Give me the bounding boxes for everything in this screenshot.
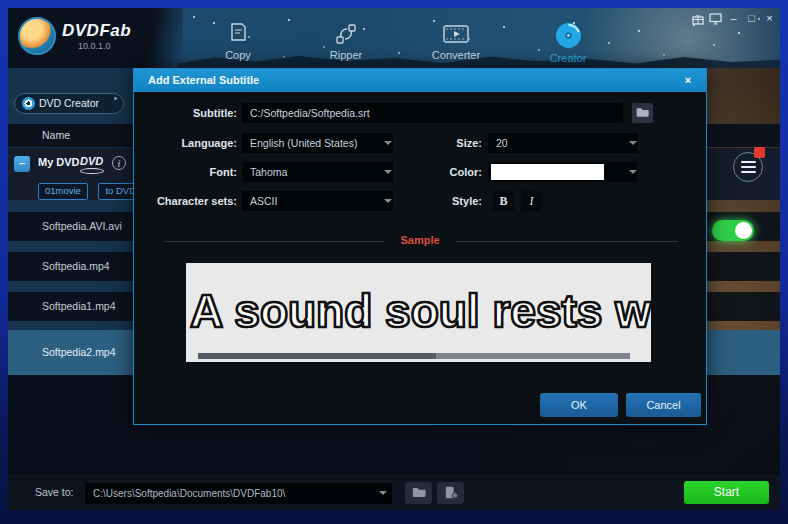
browse-folder-button[interactable]	[632, 103, 653, 123]
open-folder-button[interactable]	[405, 482, 432, 504]
screenshot-frame: DVDFab 10.0.1.0 Copy Ripper Converter	[0, 0, 788, 524]
bold-style-button[interactable]: B	[493, 191, 514, 211]
chevron-down-icon	[379, 491, 387, 495]
app-name: DVDFab	[62, 21, 131, 41]
ripper-icon	[301, 22, 391, 46]
top-bar: DVDFab 10.0.1.0 Copy Ripper Converter	[8, 8, 780, 68]
output-toggle-on[interactable]	[712, 220, 754, 241]
language-select[interactable]: English (United States)	[242, 133, 393, 153]
nav-creator-label: Creator	[523, 52, 613, 64]
dialog-title: Add External Subtitle	[134, 69, 706, 92]
movie-count-badge[interactable]: 01movie	[38, 183, 88, 200]
sample-scrollbar[interactable]	[198, 353, 630, 359]
font-select[interactable]: Tahoma	[242, 162, 393, 182]
hamburger-bar	[741, 171, 756, 173]
hamburger-bar	[741, 161, 756, 163]
info-icon[interactable]: i	[112, 156, 126, 170]
nav-ripper-label: Ripper	[301, 49, 391, 61]
subtitle-label: Subtitle:	[134, 103, 237, 123]
notification-badge	[754, 147, 765, 158]
sample-heading: Sample	[134, 234, 706, 246]
size-label: Size:	[374, 133, 482, 153]
gift-icon[interactable]	[690, 12, 705, 26]
size-select[interactable]: 20	[488, 133, 638, 153]
registered-mark-dot	[114, 97, 117, 100]
my-dvd-checkbox[interactable]: –	[14, 156, 30, 172]
add-external-subtitle-dialog: Add External Subtitle × Subtitle: C:/Sof…	[133, 68, 707, 425]
folder-icon	[412, 488, 425, 497]
nav-copy[interactable]: Copy	[193, 22, 283, 61]
disc-icon	[22, 97, 35, 110]
save-path-select[interactable]: C:\Users\Softpedia\Documents\DVDFab10\	[85, 483, 392, 504]
dvd-video-logo: DVD	[80, 155, 104, 174]
folder-icon	[637, 108, 649, 116]
character-sets-label: Character sets:	[134, 191, 237, 211]
device-output-button[interactable]	[437, 482, 464, 504]
copy-icon	[193, 22, 283, 46]
subtitle-path-input[interactable]: C:/Softpedia/Softpedia.srt	[242, 103, 623, 123]
sample-preview-box: A sound soul rests wit	[186, 263, 651, 362]
footer-bar: Save to: C:\Users\Softpedia\Documents\DV…	[8, 473, 780, 510]
start-button[interactable]: Start	[684, 481, 769, 504]
italic-style-button[interactable]: I	[521, 191, 542, 211]
converter-icon	[411, 22, 501, 46]
dialog-close-icon[interactable]: ×	[680, 69, 696, 92]
app-window: DVDFab 10.0.1.0 Copy Ripper Converter	[8, 8, 780, 510]
my-dvd-label: My DVD	[38, 156, 80, 168]
dvd-creator-mode-button[interactable]: DVD Creator	[14, 93, 124, 114]
cancel-button[interactable]: Cancel	[626, 393, 701, 417]
nav-converter[interactable]: Converter	[411, 22, 501, 61]
hamburger-menu-button[interactable]	[733, 152, 763, 182]
chevron-down-icon	[629, 141, 637, 145]
nav-converter-label: Converter	[411, 49, 501, 61]
nav-copy-label: Copy	[193, 49, 283, 61]
nav-ripper[interactable]: Ripper	[301, 22, 391, 61]
save-to-label: Save to:	[35, 486, 74, 498]
hamburger-bar	[741, 166, 756, 168]
starfield-decoration	[193, 16, 195, 18]
ok-button[interactable]: OK	[540, 393, 618, 417]
minimize-button[interactable]: –	[726, 12, 741, 26]
display-icon[interactable]	[708, 12, 723, 26]
maximize-button[interactable]: □	[744, 12, 759, 26]
scrollbar-thumb[interactable]	[198, 353, 436, 359]
font-label: Font:	[134, 162, 237, 182]
disc-badges: 01movie to DVD5	[38, 180, 138, 200]
creator-icon	[523, 22, 613, 49]
dvdfab-logo-icon	[18, 17, 56, 55]
chevron-down-icon	[629, 170, 637, 174]
nav-creator[interactable]: Creator	[523, 22, 613, 64]
color-swatch-white	[491, 164, 604, 180]
character-sets-select[interactable]: ASCII	[242, 191, 393, 211]
dvd-creator-label: DVD Creator	[39, 97, 99, 109]
color-label: Color:	[374, 162, 482, 182]
color-select[interactable]	[488, 162, 638, 182]
close-button[interactable]: ×	[762, 12, 777, 26]
style-label: Style:	[374, 191, 482, 211]
toggle-knob	[735, 222, 752, 239]
language-label: Language:	[134, 133, 237, 153]
app-version: 10.0.1.0	[78, 41, 111, 51]
sample-subtitle-text: A sound soul rests wit	[190, 283, 651, 337]
